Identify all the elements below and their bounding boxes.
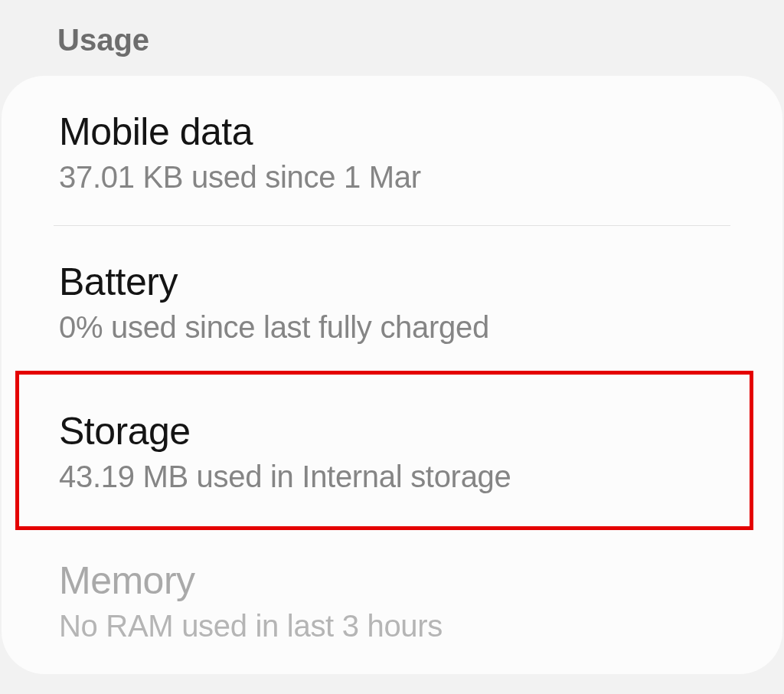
usage-card: Mobile data 37.01 KB used since 1 Mar Ba…: [2, 76, 782, 674]
battery-subtitle: 0% used since last fully charged: [59, 310, 725, 345]
mobile-data-title: Mobile data: [59, 110, 725, 154]
memory-item: Memory No RAM used in last 3 hours: [2, 525, 782, 674]
mobile-data-subtitle: 37.01 KB used since 1 Mar: [59, 160, 725, 195]
storage-title: Storage: [59, 409, 725, 453]
mobile-data-item[interactable]: Mobile data 37.01 KB used since 1 Mar: [2, 76, 782, 225]
memory-subtitle: No RAM used in last 3 hours: [59, 609, 725, 643]
storage-subtitle: 43.19 MB used in Internal storage: [59, 460, 725, 494]
battery-item[interactable]: Battery 0% used since last fully charged: [2, 226, 782, 375]
battery-title: Battery: [59, 260, 725, 304]
storage-item[interactable]: Storage 43.19 MB used in Internal storag…: [2, 375, 782, 525]
section-header-usage: Usage: [0, 0, 784, 76]
memory-title: Memory: [59, 558, 725, 603]
